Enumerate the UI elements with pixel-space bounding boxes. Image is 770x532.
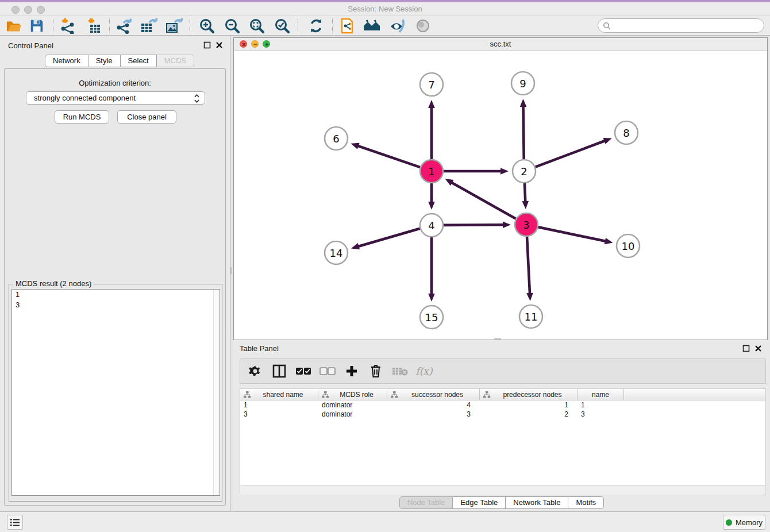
close-table-panel-icon[interactable] xyxy=(754,345,762,352)
table-cell[interactable]: 3 xyxy=(578,410,624,419)
svg-text:4: 4 xyxy=(428,219,434,232)
edge-2-8[interactable] xyxy=(536,138,612,167)
tab-style[interactable]: Style xyxy=(88,55,121,67)
control-panel-title: Control Panel xyxy=(8,41,53,50)
edge-2-3[interactable] xyxy=(522,183,529,209)
select-all-rows-icon[interactable] xyxy=(295,363,311,379)
edge-4-15[interactable] xyxy=(428,237,435,302)
graph-node-4[interactable]: 4 xyxy=(420,214,443,237)
edge-1-7[interactable] xyxy=(428,100,435,159)
column-header-shared-name[interactable]: shared name xyxy=(240,389,318,400)
delete-column-icon[interactable] xyxy=(368,363,384,379)
close-panel-icon[interactable] xyxy=(215,41,223,49)
result-scrollbar[interactable] xyxy=(213,290,220,495)
table-cell[interactable]: 1 xyxy=(578,400,624,410)
refresh-network-icon[interactable] xyxy=(307,17,325,34)
tab-network[interactable]: Network xyxy=(45,55,88,67)
graph-node-8[interactable]: 8 xyxy=(615,121,638,144)
zoom-fit-icon[interactable] xyxy=(248,17,266,34)
deselect-all-rows-icon[interactable] xyxy=(319,363,336,379)
graph-node-14[interactable]: 14 xyxy=(325,241,348,264)
tab-node-table[interactable]: Node Table xyxy=(399,496,453,509)
table-cell[interactable]: 2 xyxy=(480,410,578,419)
memory-button[interactable]: Memory xyxy=(723,515,765,530)
network-window-titlebar[interactable]: scc.txt xyxy=(234,38,767,51)
criterion-dropdown[interactable]: strongly connected component xyxy=(26,91,205,105)
optimization-criterion-label: Optimization criterion: xyxy=(5,79,225,87)
edge-1-4[interactable] xyxy=(428,183,435,210)
tab-select[interactable]: Select xyxy=(121,55,157,67)
home-icon[interactable] xyxy=(363,17,381,34)
table-hscrollbar[interactable] xyxy=(240,485,766,495)
export-image-icon[interactable] xyxy=(165,17,184,34)
tab-motifs[interactable]: Motifs xyxy=(568,496,604,509)
tab-mcds[interactable]: MCDS xyxy=(157,55,194,67)
column-header-MCDS-role[interactable]: MCDS role xyxy=(318,389,387,400)
mcds-result-title: MCDS result (2 nodes) xyxy=(13,279,94,288)
table-cell[interactable]: 1 xyxy=(240,400,318,410)
edge-1-2[interactable] xyxy=(444,168,509,175)
search-input[interactable] xyxy=(611,20,764,32)
zoom-in-icon[interactable] xyxy=(198,17,216,34)
task-history-button[interactable] xyxy=(7,515,23,530)
column-label: successor nodes xyxy=(411,391,463,399)
edge-4-3[interactable] xyxy=(444,221,511,228)
network-from-selection-icon[interactable] xyxy=(338,17,356,34)
vertical-splitter-grip[interactable] xyxy=(230,267,232,274)
graph-node-2[interactable]: 2 xyxy=(513,160,536,183)
tab-network-table[interactable]: Network Table xyxy=(506,496,568,509)
edge-1-6[interactable] xyxy=(351,143,421,167)
table-row[interactable]: 1dominator411 xyxy=(240,400,765,410)
close-panel-button[interactable]: Close panel xyxy=(117,110,176,124)
edge-3-10[interactable] xyxy=(538,227,613,244)
mcds-result-list[interactable]: 13 xyxy=(11,289,220,496)
birds-eye-view-icon[interactable] xyxy=(414,17,432,34)
delete-table-icon[interactable] xyxy=(392,363,408,379)
add-column-icon[interactable] xyxy=(344,363,360,379)
graph-node-10[interactable]: 10 xyxy=(617,234,640,257)
open-session-icon[interactable] xyxy=(5,17,23,34)
show-columns-icon[interactable] xyxy=(271,363,287,379)
table-cell[interactable]: 3 xyxy=(240,410,318,419)
export-network-icon[interactable] xyxy=(115,17,133,34)
visual-styles-icon[interactable] xyxy=(388,17,407,34)
float-panel-icon[interactable] xyxy=(203,41,211,49)
zoom-selected-icon[interactable] xyxy=(273,17,291,34)
graph-node-15[interactable]: 15 xyxy=(420,306,443,329)
graph-node-7[interactable]: 7 xyxy=(420,73,443,96)
mcds-result-node[interactable]: 3 xyxy=(12,300,220,310)
graph-node-6[interactable]: 6 xyxy=(325,127,348,150)
export-table-icon[interactable] xyxy=(140,17,159,34)
table-cell[interactable]: 3 xyxy=(387,410,480,419)
zoom-out-icon[interactable] xyxy=(223,17,241,34)
table-options-icon[interactable] xyxy=(247,363,263,379)
import-table-icon[interactable] xyxy=(85,17,103,34)
column-header-predecessor-nodes[interactable]: predecessor nodes xyxy=(480,389,578,400)
network-canvas[interactable]: 7968124314101511 xyxy=(234,51,767,340)
mcds-result-node[interactable]: 1 xyxy=(12,290,220,300)
graph-node-3[interactable]: 3 xyxy=(515,213,538,236)
run-mcds-button[interactable]: Run MCDS xyxy=(55,110,109,124)
search-icon xyxy=(603,22,611,30)
save-session-icon[interactable] xyxy=(28,17,46,34)
edge-3-1[interactable] xyxy=(445,179,516,218)
graph-node-9[interactable]: 9 xyxy=(511,72,534,95)
edge-3-11[interactable] xyxy=(526,237,533,301)
table-cell[interactable]: 4 xyxy=(387,400,480,410)
column-header-successor-nodes[interactable]: successor nodes xyxy=(387,389,480,400)
function-builder-icon[interactable]: f(x) xyxy=(416,363,432,379)
graph-node-1[interactable]: 1 xyxy=(420,160,443,183)
edge-4-14[interactable] xyxy=(351,229,420,249)
control-panel-tabs: NetworkStyleSelectMCDS xyxy=(45,55,194,67)
graph-node-11[interactable]: 11 xyxy=(519,305,542,328)
column-header-name[interactable]: name xyxy=(578,389,624,400)
table-cell[interactable]: dominator xyxy=(318,400,387,410)
table-cell[interactable]: 1 xyxy=(480,400,578,410)
float-table-panel-icon[interactable] xyxy=(742,345,750,352)
search-field[interactable] xyxy=(598,18,764,33)
import-network-icon[interactable] xyxy=(59,17,77,34)
table-cell[interactable]: dominator xyxy=(318,410,387,419)
tab-edge-table[interactable]: Edge Table xyxy=(453,496,506,509)
edge-2-9[interactable] xyxy=(520,99,527,159)
table-row[interactable]: 3dominator323 xyxy=(240,410,765,419)
